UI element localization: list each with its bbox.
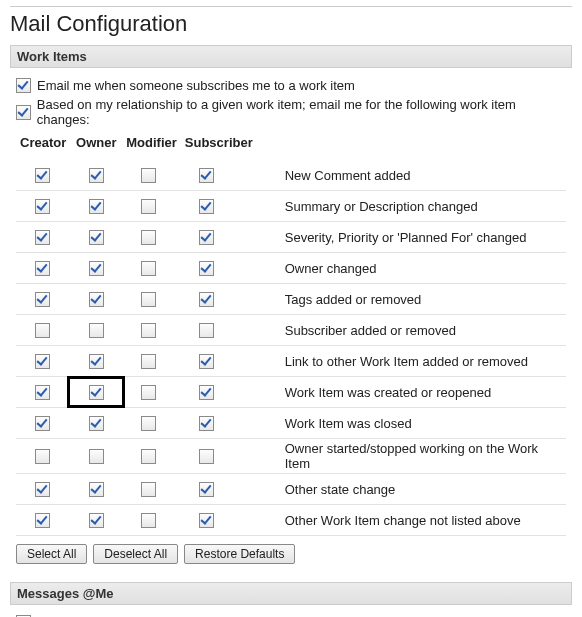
row-label: Other state change: [257, 474, 566, 505]
checkbox-owner[interactable]: [89, 513, 104, 528]
checkbox-subscriber[interactable]: [199, 385, 214, 400]
table-row: Summary or Description changed: [16, 191, 566, 222]
row-label: Tags added or removed: [257, 284, 566, 315]
col-subscriber: Subscriber: [181, 131, 257, 160]
checkbox-creator[interactable]: [35, 482, 50, 497]
checkbox-subscriber[interactable]: [199, 323, 214, 338]
checkbox-modifier[interactable]: [141, 261, 156, 276]
checkbox-creator[interactable]: [35, 168, 50, 183]
checkbox-creator[interactable]: [35, 230, 50, 245]
checkbox-owner[interactable]: [89, 292, 104, 307]
table-row: Owner started/stopped working on the Wor…: [16, 439, 566, 474]
row-label: Other Work Item change not listed above: [257, 505, 566, 536]
checkbox-modifier[interactable]: [141, 230, 156, 245]
checkbox-modifier[interactable]: [141, 199, 156, 214]
table-row: Owner changed: [16, 253, 566, 284]
checkbox-creator[interactable]: [35, 292, 50, 307]
row-label: New Comment added: [257, 160, 566, 191]
label-relationship: Based on my relationship to a given work…: [37, 97, 566, 127]
checkbox-modifier[interactable]: [141, 292, 156, 307]
checkbox-owner[interactable]: [89, 385, 104, 400]
checkbox-creator[interactable]: [35, 199, 50, 214]
row-label: Owner started/stopped working on the Wor…: [257, 439, 566, 474]
table-row: New Comment added: [16, 160, 566, 191]
page-title: Mail Configuration: [10, 11, 572, 37]
section-messages-body: Email me when someone mentions me in a w…: [10, 605, 572, 617]
checkbox-creator[interactable]: [35, 261, 50, 276]
checkbox-subscriber[interactable]: [199, 416, 214, 431]
checkbox-subscriber[interactable]: [199, 199, 214, 214]
table-row: Work Item was created or reopened: [16, 377, 566, 408]
table-row: Link to other Work Item added or removed: [16, 346, 566, 377]
row-label: Link to other Work Item added or removed: [257, 346, 566, 377]
checkbox-subscriber[interactable]: [199, 513, 214, 528]
checkbox-creator[interactable]: [35, 385, 50, 400]
checkbox-modifier[interactable]: [141, 385, 156, 400]
checkbox-owner[interactable]: [89, 482, 104, 497]
label-subscribe: Email me when someone subscribes me to a…: [37, 78, 355, 93]
row-label: Work Item was created or reopened: [257, 377, 566, 408]
checkbox-subscriber[interactable]: [199, 449, 214, 464]
checkbox-modifier[interactable]: [141, 449, 156, 464]
checkbox-creator[interactable]: [35, 513, 50, 528]
checkbox-owner[interactable]: [89, 449, 104, 464]
row-label: Severity, Priority or 'Planned For' chan…: [257, 222, 566, 253]
checkbox-creator[interactable]: [35, 449, 50, 464]
checkbox-creator[interactable]: [35, 354, 50, 369]
checkbox-owner[interactable]: [89, 354, 104, 369]
checkbox-owner[interactable]: [89, 261, 104, 276]
checkbox-modifier[interactable]: [141, 354, 156, 369]
checkbox-subscriber[interactable]: [199, 354, 214, 369]
checkbox-creator[interactable]: [35, 323, 50, 338]
table-row: Other Work Item change not listed above: [16, 505, 566, 536]
section-work-items-body: Email me when someone subscribes me to a…: [10, 68, 572, 582]
checkbox-subscriber[interactable]: [199, 292, 214, 307]
table-row: Other state change: [16, 474, 566, 505]
checkbox-owner[interactable]: [89, 199, 104, 214]
row-label: Owner changed: [257, 253, 566, 284]
checkbox-subscriber[interactable]: [199, 482, 214, 497]
checkbox-owner[interactable]: [89, 230, 104, 245]
col-creator: Creator: [16, 131, 70, 160]
table-row: Tags added or removed: [16, 284, 566, 315]
row-label: Summary or Description changed: [257, 191, 566, 222]
row-label: Work Item was closed: [257, 408, 566, 439]
table-row: Subscriber added or removed: [16, 315, 566, 346]
checkbox-owner[interactable]: [89, 416, 104, 431]
checkbox-owner[interactable]: [89, 323, 104, 338]
restore-defaults-button[interactable]: Restore Defaults: [184, 544, 295, 564]
deselect-all-button[interactable]: Deselect All: [93, 544, 178, 564]
work-item-grid: Creator Owner Modifier Subscriber New Co…: [16, 131, 566, 536]
checkbox-subscribe[interactable]: [16, 78, 31, 93]
checkbox-modifier[interactable]: [141, 513, 156, 528]
checkbox-relationship[interactable]: [16, 105, 31, 120]
checkbox-subscriber[interactable]: [199, 230, 214, 245]
row-label: Subscriber added or removed: [257, 315, 566, 346]
table-row: Work Item was closed: [16, 408, 566, 439]
checkbox-modifier[interactable]: [141, 416, 156, 431]
checkbox-creator[interactable]: [35, 416, 50, 431]
select-all-button[interactable]: Select All: [16, 544, 87, 564]
section-messages-header: Messages @Me: [10, 582, 572, 605]
col-modifier: Modifier: [122, 131, 181, 160]
col-owner: Owner: [70, 131, 122, 160]
checkbox-subscriber[interactable]: [199, 261, 214, 276]
checkbox-modifier[interactable]: [141, 482, 156, 497]
checkbox-owner[interactable]: [89, 168, 104, 183]
checkbox-subscriber[interactable]: [199, 168, 214, 183]
section-work-items-header: Work Items: [10, 45, 572, 68]
checkbox-modifier[interactable]: [141, 323, 156, 338]
checkbox-modifier[interactable]: [141, 168, 156, 183]
table-row: Severity, Priority or 'Planned For' chan…: [16, 222, 566, 253]
